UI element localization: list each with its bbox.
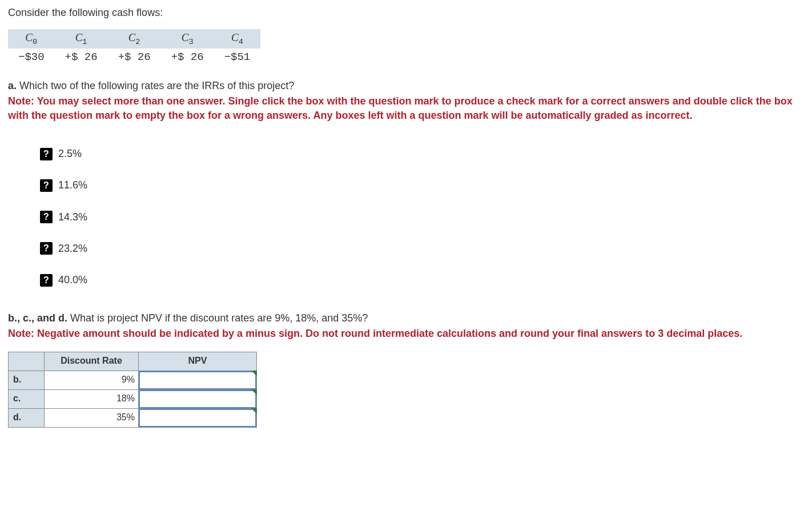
- npv-row-b-rate: 9%: [45, 371, 139, 389]
- npv-row-d-label: d.: [9, 408, 45, 427]
- npv-row-c-rate: 18%: [45, 389, 139, 408]
- checkbox-4[interactable]: ?: [40, 274, 53, 287]
- option-row-4: ? 40.0%: [40, 273, 804, 287]
- part-bcd-question: b., c., and d. What is project NPV if th…: [8, 311, 804, 325]
- option-label-3: 23.2%: [58, 242, 87, 256]
- cashflow-c1: +$ 26: [55, 49, 108, 66]
- cashflow-c0: −$30: [8, 49, 55, 66]
- corner-flag-icon: [251, 371, 257, 376]
- part-bcd-note: Note: Negative amount should be indicate…: [8, 327, 804, 341]
- corner-flag-icon: [251, 389, 257, 395]
- option-label-1: 11.6%: [58, 178, 87, 192]
- option-label-2: 14.3%: [58, 210, 87, 224]
- option-row-0: ? 2.5%: [40, 147, 804, 161]
- npv-input-c[interactable]: [139, 390, 256, 408]
- npv-input-d[interactable]: [139, 409, 256, 427]
- npv-row-b-label: b.: [9, 371, 45, 389]
- npv-input-b[interactable]: [139, 371, 256, 389]
- option-label-4: 40.0%: [58, 273, 87, 287]
- checkbox-1[interactable]: ?: [40, 179, 53, 192]
- npv-row-d-rate: 35%: [45, 408, 139, 427]
- cashflow-c4: −$51: [214, 49, 261, 66]
- npv-blank-header: [9, 352, 45, 371]
- option-row-1: ? 11.6%: [40, 178, 804, 192]
- intro-text: Consider the following cash flows:: [8, 6, 804, 20]
- corner-flag-icon: [251, 408, 257, 414]
- part-a-note: Note: You may select more than one answe…: [8, 94, 804, 123]
- checkbox-0[interactable]: ?: [40, 148, 53, 160]
- npv-row-c-label: c.: [9, 389, 45, 408]
- option-row-2: ? 14.3%: [40, 210, 804, 224]
- cashflow-c2: +$ 26: [108, 49, 161, 66]
- option-row-3: ? 23.2%: [40, 242, 804, 256]
- part-a-question: a. Which two of the following rates are …: [8, 79, 804, 93]
- checkbox-3[interactable]: ?: [40, 242, 53, 255]
- npv-table: Discount Rate NPV b. 9% c. 18% d. 35%: [8, 352, 257, 428]
- checkbox-2[interactable]: ?: [40, 211, 53, 223]
- cashflow-c3: +$ 26: [161, 49, 214, 66]
- part-a-options: ? 2.5% ? 11.6% ? 14.3% ? 23.2% ? 40.0%: [40, 147, 804, 287]
- npv-discount-header: Discount Rate: [45, 352, 139, 371]
- option-label-0: 2.5%: [58, 147, 82, 161]
- cashflow-table: C0 C1 C2 C3 C4 −$30 +$ 26 +$ 26 +$ 26 −$…: [8, 29, 260, 66]
- npv-npv-header: NPV: [139, 352, 257, 371]
